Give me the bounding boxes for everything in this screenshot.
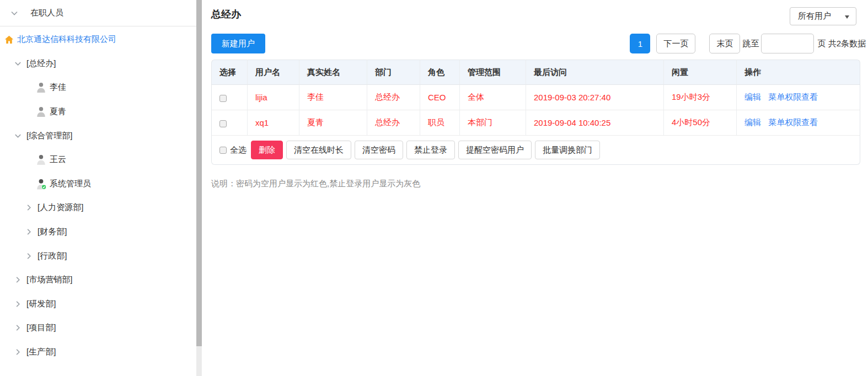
chevron-right-icon[interactable] [25,203,33,212]
cell-last-visit: 2019-09-04 10:40:25 [526,110,664,136]
tree-item-label: [项目部] [26,323,56,333]
col-header-actions: 操作 [737,60,860,85]
col-header-role: 角色 [420,60,460,85]
tree-item-label: [财务部] [37,227,67,237]
col-header-select: 选择 [211,60,248,85]
tree-item-user-admin[interactable]: 系统管理员 [0,172,196,196]
person-icon [36,154,46,165]
edit-link[interactable]: 编辑 [744,92,761,101]
sidebar-header-active-staff[interactable]: 在职人员 [0,0,196,26]
chevron-down-icon[interactable] [14,60,22,68]
remind-empty-password-button[interactable]: 提醒空密码用户 [458,141,532,159]
menu-permission-link[interactable]: 菜单权限查看 [768,117,818,127]
person-icon [36,106,46,117]
chevron-down-icon [10,9,19,18]
tree-item-user[interactable]: 李佳 [0,76,196,100]
pagination-last-button[interactable]: 末页 [709,34,740,53]
chevron-right-icon[interactable] [14,300,22,308]
row-checkbox[interactable] [219,120,227,127]
tree-item-dept[interactable]: [研发部] [0,292,196,316]
tree-item-company-root[interactable]: 北京通达信科科技有限公司 [0,28,196,52]
cell-realname: 李佳 [299,85,367,110]
page-title: 总经办 [211,8,241,21]
tree-item-label: 北京通达信科科技有限公司 [17,34,116,45]
tree-item-label: 系统管理员 [50,179,91,189]
cell-last-visit: 2019-09-03 20:27:40 [526,85,664,110]
person-online-icon [36,179,46,189]
tree-item-dept[interactable]: [项目部] [0,316,196,340]
table-header-row: 选择 用户名 真实姓名 部门 角色 管理范围 最后访问 闲置 操作 [211,60,860,85]
table-row: lijia 李佳 总经办 CEO 全体 2019-09-03 20:27:40 … [211,85,860,110]
pagination-jump-label: 跳至 [742,39,759,49]
main-content: 总经办 所有用户 新建用户 1 下一页 末页 跳至 页 共2条数据 选择 用户名… [202,0,868,376]
tree-item-dept[interactable]: [生产部] [0,340,196,364]
cell-scope: 全体 [460,85,526,110]
sidebar-scrollbar[interactable] [196,0,202,376]
table-row: xq1 夏青 总经办 职员 本部门 2019-09-04 10:40:25 4小… [211,110,860,136]
pagination: 1 下一页 末页 跳至 页 共2条数据 [630,34,866,53]
tree-item-user[interactable]: 王云 [0,148,196,172]
menu-permission-link[interactable]: 菜单权限查看 [768,92,818,101]
tree-item-dept[interactable]: [行政部] [0,244,196,268]
sidebar-scrollbar-thumb[interactable] [196,0,202,346]
org-tree-sidebar: 在职人员 北京通达信科科技有限公司 [总经办] 李佳 夏青 [综合管理部] 王云 [0,0,196,376]
user-table: 选择 用户名 真实姓名 部门 角色 管理范围 最后访问 闲置 操作 lijia … [211,60,860,165]
tree-item-dept[interactable]: [人力资源部] [0,196,196,220]
user-filter-select[interactable]: 所有用户 [790,7,856,25]
tree-item-label: 王云 [50,154,66,165]
chevron-right-icon[interactable] [14,324,22,332]
tree-item-label: [研发部] [26,299,56,309]
clear-password-button[interactable]: 清空密码 [355,141,403,159]
home-icon [4,35,14,44]
pagination-jump-input[interactable] [761,34,814,53]
col-header-dept: 部门 [367,60,420,85]
row-checkbox[interactable] [219,95,227,102]
col-header-username: 用户名 [248,60,299,85]
col-header-scope: 管理范围 [460,60,526,85]
chevron-right-icon[interactable] [25,252,33,260]
delete-button[interactable]: 删除 [251,141,283,159]
new-user-button[interactable]: 新建用户 [211,34,265,53]
cell-idle: 19小时3分 [664,85,737,110]
person-icon [36,82,46,93]
sidebar-header-label: 在职人员 [30,8,63,18]
tree-item-dept[interactable]: [综合管理部] [0,123,196,148]
cell-role: CEO [420,85,460,110]
cell-dept: 总经办 [367,85,420,110]
user-filter-selected-value: 所有用户 [798,11,831,22]
chevron-down-icon[interactable] [14,132,22,140]
forbid-login-button[interactable]: 禁止登录 [406,141,455,159]
pagination-current-page-button[interactable]: 1 [630,34,650,53]
pagination-next-button[interactable]: 下一页 [656,34,695,53]
cell-username: lijia [248,85,299,110]
clear-online-time-button[interactable]: 清空在线时长 [286,141,351,159]
select-all-label: 全选 [230,145,247,155]
tree-item-label: [生产部] [26,347,56,357]
edit-link[interactable]: 编辑 [744,117,761,127]
tree-item-dept[interactable]: [总经办] [0,52,196,76]
chevron-right-icon[interactable] [14,348,22,356]
col-header-realname: 真实姓名 [299,60,367,85]
org-tree: 北京通达信科科技有限公司 [总经办] 李佳 夏青 [综合管理部] 王云 系统管理… [0,26,196,364]
select-arrow-icon [845,15,849,19]
batch-change-dept-button[interactable]: 批量调换部门 [535,141,600,159]
chevron-right-icon[interactable] [14,276,22,284]
tree-item-label: [行政部] [37,251,67,261]
tree-item-dept[interactable]: [市场营销部] [0,268,196,292]
pagination-total-text: 页 共2条数据 [817,39,866,49]
tree-item-dept[interactable]: [财务部] [0,220,196,244]
select-all-checkbox[interactable] [219,147,227,154]
chevron-right-icon[interactable] [25,228,33,236]
cell-username: xq1 [248,110,299,136]
tree-item-label: 夏青 [50,106,66,117]
tree-item-label: [人力资源部] [37,202,83,213]
table-batch-actions-row: 全选 删除 清空在线时长 清空密码 禁止登录 提醒空密码用户 批量调换部门 [211,136,860,165]
cell-dept: 总经办 [367,110,420,136]
tree-item-user[interactable]: 夏青 [0,100,196,124]
tree-item-label: [市场营销部] [26,275,72,285]
explanation-note: 说明：密码为空用户显示为红色,禁止登录用户显示为灰色 [211,179,420,189]
col-header-last-visit: 最后访问 [526,60,664,85]
cell-role: 职员 [420,110,460,136]
tree-item-label: 李佳 [50,82,66,93]
tree-item-label: [综合管理部] [26,131,72,141]
